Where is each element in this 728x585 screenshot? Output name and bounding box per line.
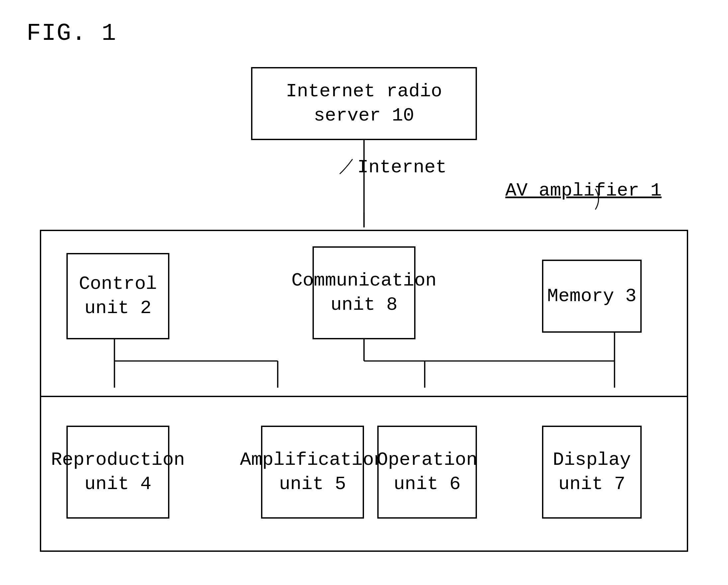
figure-label: FIG. 1 (27, 20, 701, 47)
server-label: Internet radio server 10 (253, 79, 475, 128)
comm-unit-label: Communicationunit 8 (292, 269, 437, 317)
server-box: Internet radio server 10 (251, 67, 477, 140)
amp-unit-label: Amplificationunit 5 (240, 448, 385, 496)
oper-unit-label: Operationunit 6 (377, 448, 477, 496)
oper-unit-box: Operationunit 6 (377, 426, 477, 518)
diagram-area: Internet radio server 10 Internet AV amp… (27, 67, 701, 572)
internet-label: Internet (357, 157, 447, 178)
page-container: FIG. 1 Internet radio server 10 Internet… (0, 0, 728, 585)
repro-unit-label: Reproductionunit 4 (51, 448, 185, 496)
amp-unit-box: Amplificationunit 5 (261, 426, 364, 518)
display-unit-label: Displayunit 7 (553, 448, 631, 496)
divider-line (40, 396, 688, 397)
memory-unit-label: Memory 3 (547, 284, 637, 309)
repro-unit-box: Reproductionunit 4 (67, 426, 170, 518)
av-amplifier-label: AV amplifier 1 (505, 180, 661, 201)
control-unit-box: Controlunit 2 (67, 253, 170, 339)
comm-unit-box: Communicationunit 8 (313, 246, 415, 339)
memory-unit-box: Memory 3 (542, 260, 642, 333)
control-unit-label: Controlunit 2 (79, 272, 157, 320)
display-unit-box: Displayunit 7 (542, 426, 642, 518)
